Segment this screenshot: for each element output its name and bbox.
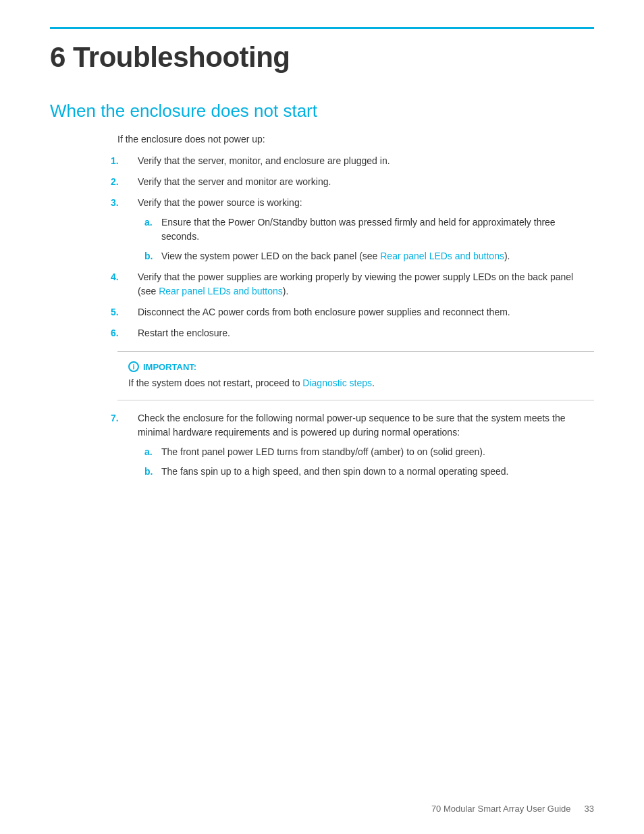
intro-text: If the enclosure does not power up: bbox=[117, 134, 594, 145]
step-7a-text: The front panel power LED turns from sta… bbox=[161, 446, 485, 457]
step-7b: The fans spin up to a high speed, and th… bbox=[144, 465, 594, 479]
footer-page: 33 bbox=[585, 804, 594, 814]
page-footer: 70 Modular Smart Array User Guide 33 bbox=[0, 804, 644, 814]
important-header: i IMPORTANT: bbox=[128, 361, 583, 372]
step-5: Disconnect the AC power cords from both … bbox=[117, 305, 594, 319]
steps-list: Verify that the server, monitor, and enc… bbox=[117, 154, 594, 340]
important-link[interactable]: Diagnostic steps bbox=[302, 377, 372, 388]
step-1-text: Verify that the server, monitor, and enc… bbox=[138, 155, 390, 166]
step7-list: Check the enclosure for the following no… bbox=[117, 411, 594, 479]
step-6: Restart the enclosure. bbox=[117, 326, 594, 340]
step-3-sublist: Ensure that the Power On/Standby button … bbox=[144, 215, 594, 263]
step-7: Check the enclosure for the following no… bbox=[117, 411, 594, 479]
step-2: Verify that the server and monitor are w… bbox=[117, 175, 594, 189]
step-3a-text: Ensure that the Power On/Standby button … bbox=[161, 217, 556, 242]
chapter-title: 6 Troubleshooting bbox=[50, 41, 594, 74]
section-title: When the enclosure does not start bbox=[50, 101, 594, 122]
step-7-sublist: The front panel power LED turns from sta… bbox=[144, 445, 594, 479]
step-7b-text: The fans spin up to a high speed, and th… bbox=[161, 466, 508, 477]
important-text-after: . bbox=[372, 377, 375, 388]
important-text-before: If the system does not restart, proceed … bbox=[128, 377, 302, 388]
chapter-number: 6 bbox=[50, 41, 65, 73]
step-3b-text-before: View the system power LED on the back pa… bbox=[161, 251, 380, 261]
step-3b-text-after: ). bbox=[504, 251, 510, 261]
step-4-text-after: ). bbox=[283, 286, 289, 296]
chapter-title-label: Troubleshooting bbox=[73, 41, 290, 73]
important-text: If the system does not restart, proceed … bbox=[128, 376, 583, 390]
step-3-text: Verify that the power source is working: bbox=[138, 197, 302, 208]
step-1: Verify that the server, monitor, and enc… bbox=[117, 154, 594, 168]
step-3a: Ensure that the Power On/Standby button … bbox=[144, 215, 594, 244]
important-header-label: IMPORTANT: bbox=[143, 362, 196, 372]
step-6-text: Restart the enclosure. bbox=[138, 328, 230, 338]
step-4-link[interactable]: Rear panel LEDs and buttons bbox=[159, 286, 283, 296]
footer-text: 70 Modular Smart Array User Guide 33 bbox=[431, 804, 594, 814]
step-3: Verify that the power source is working:… bbox=[117, 196, 594, 263]
important-icon: i bbox=[128, 361, 139, 372]
step-3b-link[interactable]: Rear panel LEDs and buttons bbox=[380, 251, 504, 261]
step-3b: View the system power LED on the back pa… bbox=[144, 249, 594, 263]
important-box: i IMPORTANT: If the system does not rest… bbox=[117, 351, 594, 400]
step-7a: The front panel power LED turns from sta… bbox=[144, 445, 594, 459]
step-5-text: Disconnect the AC power cords from both … bbox=[138, 307, 510, 317]
step-4: Verify that the power supplies are worki… bbox=[117, 270, 594, 298]
step-2-text: Verify that the server and monitor are w… bbox=[138, 176, 331, 187]
chapter-header: 6 Troubleshooting bbox=[50, 27, 594, 74]
footer-product: 70 Modular Smart Array User Guide bbox=[431, 804, 571, 814]
step-7-text: Check the enclosure for the following no… bbox=[138, 413, 565, 438]
